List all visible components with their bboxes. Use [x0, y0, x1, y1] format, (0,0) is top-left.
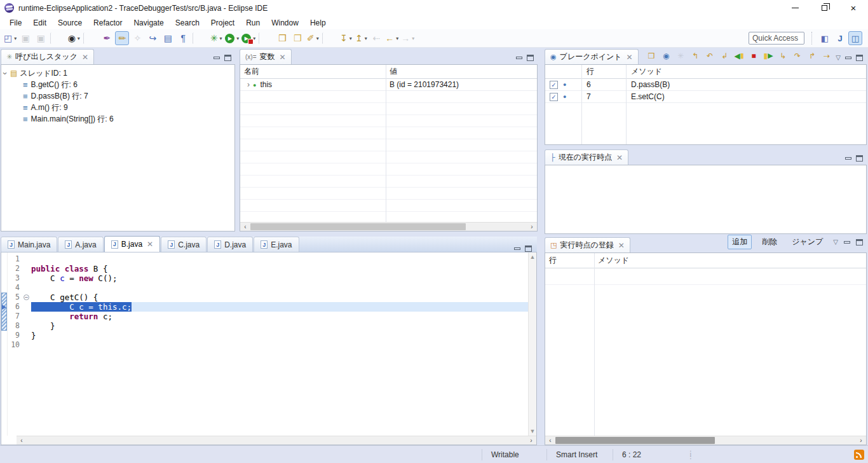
minimize-view-button[interactable] [516, 57, 522, 59]
close-icon[interactable]: ✕ [82, 53, 88, 62]
spray-tool-icon[interactable]: ✧ ▾ [130, 31, 144, 45]
restore-window-button[interactable] [810, 0, 839, 16]
reverse-step-over-icon[interactable]: ↶ [704, 50, 716, 62]
menu-item[interactable]: Edit [27, 17, 52, 29]
search-marker-icon[interactable]: ✐ ▾ [306, 31, 320, 45]
breakpoint-checkbox[interactable]: ✓ [550, 81, 558, 89]
horizontal-scrollbar[interactable]: ‹ › [545, 436, 866, 445]
registry-action-button[interactable]: 追加 [728, 235, 752, 249]
step-into-icon[interactable]: ↳ [777, 50, 789, 62]
last-edit-location-icon[interactable]: ⇠ ▾ [369, 31, 383, 45]
maximize-view-button[interactable] [856, 55, 863, 61]
dropdown-arrow-icon[interactable]: ▾ [396, 36, 398, 41]
open-type-icon[interactable]: ❒ ▾ [275, 31, 289, 45]
outline-view-icon[interactable]: ▤ ▾ [161, 31, 175, 45]
step-return-icon[interactable]: ↱ [806, 50, 818, 62]
editor-tab[interactable]: J C.java [161, 237, 207, 252]
dropdown-arrow-icon[interactable]: ▾ [316, 36, 319, 41]
open-perspective-icon[interactable]: ◧ [818, 31, 832, 45]
terminate-icon[interactable]: ■ [748, 50, 760, 62]
step-over-icon[interactable]: ↷ [792, 50, 804, 62]
open-trace-icon[interactable]: ❒ [646, 50, 658, 62]
annotation-ruler[interactable] [1, 252, 8, 436]
menu-item[interactable]: Source [52, 17, 88, 29]
scroll-up-icon[interactable]: ▲ [529, 254, 536, 260]
forward-icon[interactable]: → ▾ [400, 31, 415, 45]
account-icon[interactable]: ◉ ▾ [67, 31, 81, 45]
breakpoint-row[interactable]: ✓● 6 D.passB(B) [545, 79, 866, 91]
minimize-view-button[interactable] [845, 157, 851, 160]
reverse-step-return-icon[interactable]: ↲ [719, 50, 731, 62]
editor-tab[interactable]: J D.java [207, 237, 253, 252]
expander-icon[interactable]: › [244, 80, 253, 89]
stack-frame-row[interactable]: ≡ Main.main(String[]) 行: 6 [1, 113, 234, 125]
menu-item[interactable]: Project [205, 17, 240, 29]
step-forward-icon[interactable]: ▮ ▶ [763, 50, 775, 62]
maximize-view-button[interactable] [527, 55, 534, 61]
editor-tab[interactable]: J Main.java [1, 237, 57, 252]
fold-collapse-icon[interactable]: − [24, 294, 29, 300]
scroll-left-icon[interactable]: ‹ [17, 437, 27, 444]
close-icon[interactable]: ✕ [280, 53, 286, 62]
close-icon[interactable]: ✕ [147, 240, 153, 249]
minimize-view-button[interactable] [214, 57, 220, 59]
show-whitespace-icon[interactable]: ¶ ▾ [176, 31, 190, 45]
run-coverage-icon[interactable]: ▶ ▾ [241, 31, 256, 45]
scroll-right-icon[interactable]: › [526, 437, 536, 444]
chevron-down-icon[interactable]: › [1, 69, 10, 77]
current-exec-tab[interactable]: ├ 現在の実行時点 ✕ [545, 149, 628, 165]
column-header-name[interactable]: 名前 [240, 66, 386, 77]
menu-item[interactable]: Refactor [88, 17, 128, 29]
save-all-icon[interactable]: ▣ ▾ [34, 31, 48, 45]
menu-item[interactable]: Navigate [128, 17, 169, 29]
column-header-line[interactable]: 行 [581, 66, 626, 77]
minimize-view-button[interactable] [844, 241, 850, 244]
drag-handle-icon[interactable]: ⋮⋮ [688, 452, 694, 458]
dropdown-arrow-icon[interactable]: ▾ [412, 36, 414, 41]
dropdown-arrow-icon[interactable]: ▾ [78, 36, 80, 41]
close-icon[interactable]: ✕ [627, 53, 633, 62]
close-icon[interactable]: ✕ [616, 153, 623, 162]
menu-item[interactable]: Search [170, 17, 205, 29]
code-line[interactable]: 3 C c = new C(); [8, 273, 528, 283]
breakpoints-tab[interactable]: ◉ ブレークポイント ✕ [545, 49, 639, 64]
scroll-left-icon[interactable]: ‹ [545, 437, 555, 444]
view-menu-icon[interactable]: ▽ [836, 55, 841, 61]
minimize-window-button[interactable] [780, 0, 810, 16]
horizontal-scrollbar[interactable]: ‹ › [240, 222, 537, 231]
close-window-button[interactable]: × [839, 0, 868, 16]
menu-item[interactable]: Window [266, 17, 304, 29]
run-icon[interactable]: ▶ ▾ [224, 31, 240, 45]
scroll-right-icon[interactable]: › [856, 437, 866, 444]
dropdown-arrow-icon[interactable]: ▾ [220, 36, 222, 41]
call-stack-tab[interactable]: ✳ 呼び出しスタック ✕ [1, 49, 94, 64]
thread-row[interactable]: › ▤ スレッドID: 1 [1, 67, 234, 79]
menu-item[interactable]: Run [240, 17, 266, 29]
run-to-line-icon[interactable]: ⇢ [821, 50, 833, 62]
variable-row[interactable]: ›●this B (id = 2101973421) [240, 79, 537, 91]
maximize-view-button[interactable] [856, 155, 863, 162]
scroll-right-icon[interactable]: › [527, 223, 537, 230]
next-annotation-icon[interactable]: ↧ ▾ [339, 31, 353, 45]
quick-access-input[interactable]: Quick Access [749, 32, 804, 45]
code-line[interactable]: 5− C getC() { [8, 293, 528, 302]
dropdown-arrow-icon[interactable]: ▾ [365, 36, 367, 41]
code-line[interactable]: 6 C c = this.c; [8, 302, 528, 312]
maximize-view-button[interactable] [224, 55, 231, 61]
close-icon[interactable]: ✕ [618, 241, 625, 250]
maximize-view-button[interactable] [525, 245, 532, 252]
minimize-view-button[interactable] [845, 57, 851, 59]
debug-icon[interactable]: ✳ ▾ [209, 31, 223, 45]
new-wizard-icon[interactable]: ◰ ▾ [3, 31, 17, 45]
scroll-down-icon[interactable]: ▼ [529, 428, 536, 434]
stack-frame-row[interactable]: ≡ D.passB(B) 行: 7 [1, 90, 234, 102]
reverse-step-into-icon[interactable]: ↰ [689, 50, 702, 62]
editor-tab[interactable]: J B.java ✕ [104, 236, 160, 252]
column-header-value[interactable]: 値 [386, 66, 537, 77]
registry-action-button[interactable]: ジャンプ [787, 235, 827, 249]
code-line[interactable]: 2public class B { [8, 264, 528, 273]
exec-registry-tab[interactable]: ◳ 実行時点の登録 ✕ [545, 237, 630, 252]
column-header-line[interactable]: 行 [545, 255, 594, 266]
dropdown-arrow-icon[interactable]: ▾ [349, 36, 352, 41]
menu-item[interactable]: File [4, 17, 27, 29]
